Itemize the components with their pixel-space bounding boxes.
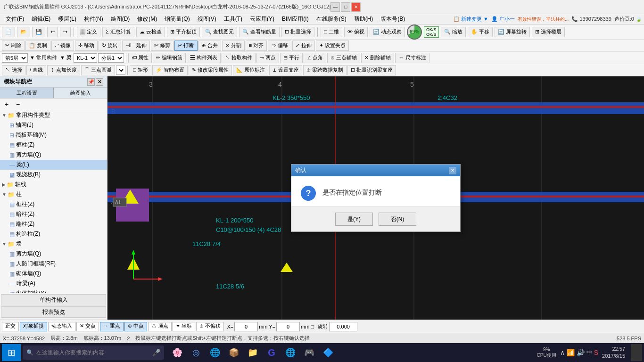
taskbar-app-6[interactable]: 🔷	[321, 345, 336, 360]
edit-rebar-btn[interactable]: ✏ 编辑钢筋	[153, 53, 186, 63]
mod-beam-prop-btn[interactable]: ✎ 修改梁段属性	[189, 65, 232, 75]
menu-rebar-qty[interactable]: 钢筋量(Q)	[161, 14, 193, 24]
show-desktop-btn[interactable]	[631, 344, 642, 361]
rotate-input[interactable]	[329, 322, 357, 331]
define-btn[interactable]: ▦ 定义	[77, 27, 100, 37]
layer-select[interactable]: 分层1	[98, 53, 124, 63]
menu-bim[interactable]: BIM应用(I)	[278, 14, 313, 24]
three-point-aux-btn[interactable]: ⊙ 三点辅轴	[327, 53, 360, 63]
x-input[interactable]	[234, 322, 258, 331]
merge-btn[interactable]: ⊕ 合并	[198, 41, 221, 51]
smart-place-btn[interactable]: ⚡ 智能布置	[152, 65, 188, 75]
menu-cloud[interactable]: 云应用(Y)	[246, 14, 278, 24]
nav-axis-line[interactable]: ▶ 📁 轴线	[0, 180, 107, 189]
nav-end-col[interactable]: ▤ 端柱(Z)	[0, 219, 107, 229]
select-floor-btn[interactable]: ⊞ 选择楼层	[532, 27, 565, 37]
menu-component[interactable]: 构件(N)	[80, 14, 107, 24]
menu-help[interactable]: 帮助(H)	[350, 14, 377, 24]
beam-span-copy-btn[interactable]: ⊕ 梁跨数据复制	[303, 65, 347, 75]
select-tool-btn[interactable]: ↖ 选择	[2, 65, 25, 75]
stretch-btn[interactable]: ⤢ 拉伸	[292, 41, 315, 51]
menu-floor[interactable]: 楼层(L)	[54, 14, 80, 24]
report-preview-btn[interactable]: 报表预览	[1, 306, 106, 318]
rect-btn[interactable]: □ 矩形	[130, 65, 151, 75]
copy-btn[interactable]: 📋 复制	[25, 41, 50, 51]
set-support-btn[interactable]: ⊥ 设置支座	[269, 65, 302, 75]
taskbar-app-edge[interactable]: 🌐	[207, 345, 223, 360]
nav-shear-wall-2[interactable]: ▥ 剪力墙(Q)	[0, 249, 107, 259]
coord-btn[interactable]: ✦ 坐标	[173, 322, 195, 331]
nav-axis-net[interactable]: ⊞ 轴网(J)	[0, 120, 107, 130]
ortho-btn[interactable]: 正交	[2, 322, 19, 331]
del-aux-btn[interactable]: ✕ 删除辅轴	[361, 53, 394, 63]
single-comp-input-btn[interactable]: 单构件输入	[1, 294, 106, 305]
taskbar-app-green[interactable]: 🌐	[283, 345, 298, 360]
dialog-close-btn[interactable]: ✕	[449, 167, 456, 174]
redo-btn[interactable]: ↪	[60, 27, 71, 37]
nav-column[interactable]: ▼ 📁 柱	[0, 189, 107, 199]
nav-masonry-reinf[interactable]: ▦ 砌体加筋(Y)	[0, 288, 107, 293]
sidebar-pin-btn[interactable]: 📌	[87, 78, 95, 86]
endpoint-btn[interactable]: → 重点	[100, 322, 124, 331]
check-rebar-btn[interactable]: 🔍 查看钢筋量	[239, 27, 280, 37]
tray-input-icon[interactable]: 中	[586, 349, 592, 357]
comp-list-btn[interactable]: ☰ 构件列表	[187, 53, 221, 63]
pick-comp-btn[interactable]: ↖ 拾取构件	[222, 53, 256, 63]
nav-shear-wall[interactable]: ▥ 剪力墙(Q)	[0, 150, 107, 160]
dynamic-input-btn[interactable]: 动态输入	[48, 322, 75, 331]
taskbar-app-g[interactable]: G	[264, 345, 279, 360]
rotate-btn[interactable]: ↻ 旋转	[99, 41, 121, 51]
dim-btn[interactable]: ↔ 尺寸标注	[395, 53, 429, 63]
parallel-btn[interactable]: ⊟ 平行	[280, 53, 303, 63]
sidebar-minus-btn[interactable]: −	[13, 99, 23, 109]
sidebar-add-btn[interactable]: +	[2, 99, 11, 109]
taskbar-time[interactable]: 22:57 2017/8/15	[602, 346, 625, 360]
mirror-btn[interactable]: ⇌ 镜像	[51, 41, 74, 51]
menu-edit[interactable]: 编辑(E)	[28, 14, 54, 24]
rotate-screen-btn[interactable]: 🔄 屏幕旋转	[495, 27, 530, 37]
menu-file[interactable]: 文件(F)	[2, 14, 28, 24]
menu-draw[interactable]: 绘图(D)	[107, 14, 134, 24]
two-point-btn[interactable]: ⊸ 两点	[256, 53, 279, 63]
kl-select[interactable]: KL-1	[74, 53, 97, 63]
dynamic-observe-btn[interactable]: 🔄 动态观察	[370, 27, 405, 37]
split-btn[interactable]: ⊘ 分割	[222, 41, 245, 51]
nav-frame-col-2[interactable]: ▤ 框柱(Z)	[0, 199, 107, 209]
find-ele-btn[interactable]: 🔍 查找图元	[202, 27, 237, 37]
save-btn[interactable]: 💾	[32, 27, 45, 37]
three-arc-btn[interactable]: ⌒ 三点画弧	[81, 65, 115, 75]
line-btn[interactable]: / 直线	[26, 65, 46, 75]
mic-icon[interactable]: 🎤	[152, 349, 160, 356]
dialog-no-btn[interactable]: 否(N)	[379, 213, 416, 226]
new-btn[interactable]: 📄	[2, 27, 15, 37]
close-button[interactable]: ✕	[351, 2, 361, 12]
open-btn[interactable]: 📂	[17, 27, 30, 37]
nav-raft-found[interactable]: ⊟ 筏板基础(M)	[0, 130, 107, 140]
view-btn[interactable]: 👁 俯视	[344, 27, 368, 37]
menu-version[interactable]: 版本号(B)	[377, 14, 409, 24]
nav-hidden-col[interactable]: ▤ 暗柱(Z)	[0, 209, 107, 219]
start-button[interactable]: ⊞	[2, 344, 21, 361]
vertex-btn[interactable]: △ 顶点	[148, 322, 172, 331]
undo-btn[interactable]: ↩	[47, 27, 58, 37]
tray-sound-icon[interactable]: 🔊	[577, 349, 585, 356]
maximize-button[interactable]: □	[341, 2, 350, 12]
nav-struct-col[interactable]: ▤ 构造柱(Z)	[0, 229, 107, 239]
pan-btn[interactable]: ✋ 平移	[468, 27, 493, 37]
level-board-btn[interactable]: ⊞ 平齐板顶	[167, 27, 200, 37]
drawing-input-tab[interactable]: 绘图输入	[54, 88, 107, 98]
align-btn[interactable]: ≡ 对齐	[246, 41, 267, 51]
new-change-btn[interactable]: 📋 新建变更 ▼	[453, 16, 488, 23]
nav-common-types[interactable]: ▼ 📁 常用构件类型	[0, 110, 107, 120]
orig-pos-btn[interactable]: 📐 原位标注	[233, 65, 268, 75]
dialog-yes-btn[interactable]: 是(Y)	[335, 213, 373, 226]
trim-btn[interactable]: ✄ 修剪	[151, 41, 173, 51]
taskbar-app-1[interactable]: 🌸	[170, 345, 185, 360]
extend-btn[interactable]: ⊣⊢ 延伸	[122, 41, 150, 51]
batch-id-beam-btn[interactable]: ⊡ 批量识别梁支座	[347, 65, 396, 75]
menu-modify[interactable]: 修改(M)	[133, 14, 161, 24]
move-btn[interactable]: ✛ 移动	[75, 41, 98, 51]
nav-hidden-beam[interactable]: — 暗梁(A)	[0, 279, 107, 288]
nav-frame-col[interactable]: ▤ 框柱(Z)	[0, 140, 107, 150]
no-offset-btn[interactable]: ⊕ 不偏移	[196, 322, 224, 331]
